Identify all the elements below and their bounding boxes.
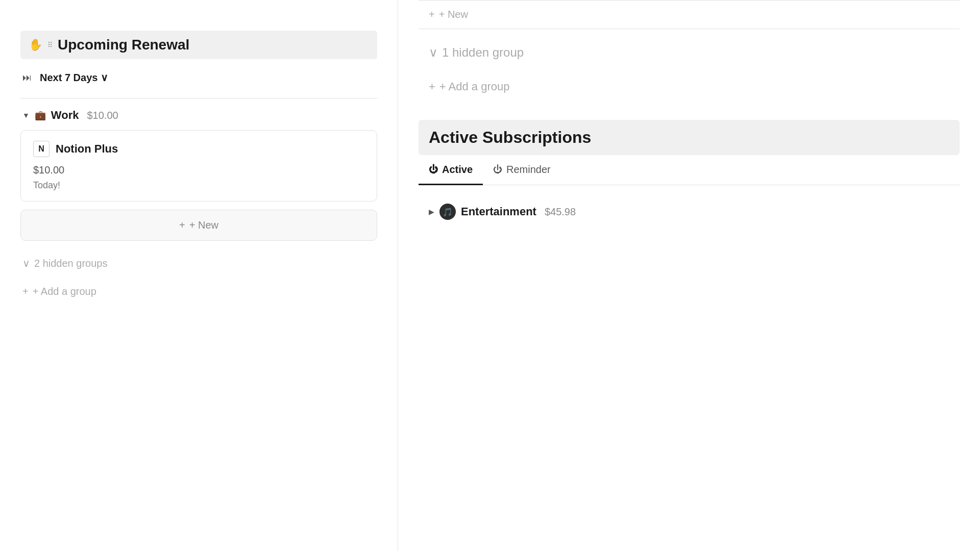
right-add-group-label: + Add a group — [439, 80, 510, 93]
active-subscriptions-header: Active Subscriptions — [419, 120, 960, 155]
plus-icon: + — [429, 9, 435, 20]
plus-icon: + — [179, 219, 185, 231]
work-icon: 💼 — [35, 110, 46, 121]
right-panel: + + New ∨ 1 hidden group + + Add a group… — [398, 0, 980, 551]
chevron-down-icon: ∨ — [429, 45, 438, 60]
filter-row: ⏭ Next 7 Days ∨ — [20, 69, 377, 86]
hidden-groups[interactable]: ∨ 2 hidden groups — [20, 253, 377, 273]
tab-active[interactable]: ⏻ Active — [419, 156, 483, 185]
right-hidden-group-label: 1 hidden group — [442, 45, 524, 60]
right-new-button[interactable]: + + New — [419, 0, 960, 29]
right-add-group-button[interactable]: + + Add a group — [419, 74, 960, 99]
drag-handle-icon[interactable]: ⠿ — [47, 41, 53, 49]
filter-button[interactable]: Next 7 Days ∨ — [36, 69, 112, 86]
skip-forward-icon: ⏭ — [22, 72, 32, 83]
tabs-row: ⏻ Active ⏻ Reminder — [419, 155, 960, 185]
left-panel: ✋ ⠿ Upcoming Renewal ⏭ Next 7 Days ∨ ▼ 💼… — [0, 0, 398, 551]
card-price: $10.00 — [33, 164, 364, 176]
chevron-right-icon: ∨ — [22, 257, 30, 269]
hand-icon: ✋ — [29, 38, 42, 52]
entertainment-name: Entertainment — [461, 205, 536, 218]
tab-reminder[interactable]: ⏻ Reminder — [483, 156, 561, 185]
expand-arrow-icon[interactable]: ▶ — [429, 208, 434, 216]
add-group-button[interactable]: + + Add a group — [20, 282, 377, 302]
card-due: Today! — [33, 180, 364, 191]
plus-icon: + — [22, 286, 29, 297]
right-new-label: + New — [439, 9, 468, 20]
plus-icon: + — [429, 80, 435, 93]
right-hidden-groups[interactable]: ∨ 1 hidden group — [419, 39, 960, 66]
tab-reminder-label: Reminder — [506, 164, 551, 176]
chevron-down-icon[interactable]: ▼ — [22, 111, 30, 119]
reminder-power-icon: ⏻ — [493, 164, 502, 175]
divider — [20, 98, 377, 98]
add-group-label: + Add a group — [33, 286, 96, 297]
new-button-label: + New — [189, 219, 218, 231]
entertainment-amount: $45.98 — [545, 206, 576, 218]
card-name: Notion Plus — [56, 142, 118, 156]
hidden-groups-label: 2 hidden groups — [34, 258, 107, 269]
work-group-header: ▼ 💼 Work $10.00 — [20, 109, 377, 122]
group-amount: $10.00 — [87, 110, 118, 121]
group-name: Work — [51, 109, 79, 122]
card-header: N Notion Plus — [33, 141, 364, 157]
active-section-title: Active Subscriptions — [429, 128, 591, 146]
tab-active-label: Active — [442, 164, 473, 176]
new-subscription-button[interactable]: + + New — [20, 210, 377, 241]
section-title: Upcoming Renewal — [58, 37, 189, 53]
notion-plus-card[interactable]: N Notion Plus $10.00 Today! — [20, 130, 377, 202]
upcoming-renewal-header: ✋ ⠿ Upcoming Renewal — [20, 31, 377, 59]
filter-label: Next 7 Days — [40, 72, 97, 84]
notion-icon: N — [33, 141, 50, 157]
chevron-down-icon: ∨ — [101, 71, 108, 84]
power-icon: ⏻ — [429, 164, 438, 175]
entertainment-icon: 🎵 — [439, 204, 456, 220]
entertainment-group[interactable]: ▶ 🎵 Entertainment $45.98 — [419, 195, 960, 228]
